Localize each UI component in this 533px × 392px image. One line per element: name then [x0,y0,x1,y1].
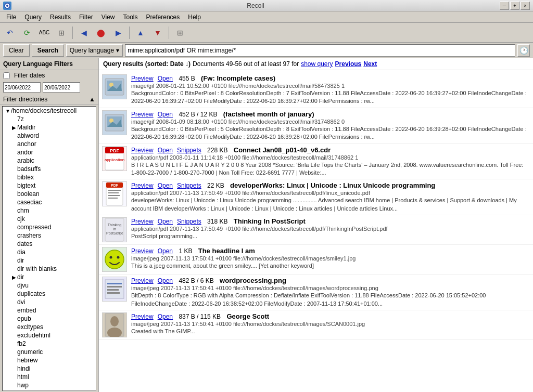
clock-button[interactable]: 🕐 [517,44,530,57]
date-from-input[interactable] [3,82,41,93]
result-title: developerWorks: Linux | Unicode : Linux … [230,181,435,189]
tree-item[interactable]: hindi [3,364,96,373]
result-preview-link[interactable]: Preview [131,277,154,284]
result-preview-link[interactable]: Preview [131,218,154,225]
up-icon[interactable]: ▲ [133,25,148,41]
result-preview-link[interactable]: Preview [131,111,154,118]
tree-item[interactable]: casediac [3,198,96,206]
svg-text:application: application [105,158,124,162]
clear-button[interactable]: Clear [3,44,30,57]
tree-item[interactable]: dates [3,240,96,248]
result-open-link[interactable]: Open [158,182,173,189]
tree-item[interactable]: hwp [3,381,96,389]
next-nav-icon[interactable]: ▶ [110,25,126,41]
tree-item[interactable]: 7z [3,115,96,123]
result-preview-link[interactable]: Preview [131,247,154,255]
filter-dirs-header: Filter directories ▲ [0,94,98,105]
tree-item[interactable]: chm [3,206,96,215]
filter-dirs-arrow-icon[interactable]: ▲ [89,96,95,103]
tree-item[interactable]: abiword [3,132,96,140]
tree-item[interactable]: dia [3,248,96,256]
tree-item[interactable]: dir [3,256,96,265]
close-button[interactable]: × [521,2,530,10]
result-open-link[interactable]: Open [158,247,173,255]
menu-item-help[interactable]: Help [184,11,205,22]
svg-text:In: In [113,227,116,231]
tree-item[interactable]: boolean [3,190,96,198]
tree-item[interactable]: epub [3,315,96,323]
stop-icon[interactable]: ⬤ [93,25,109,41]
tree-item[interactable]: ▶dir [3,273,96,281]
results-list: PreviewOpen 455 B (Fw: Incomplete cases)… [99,70,533,392]
prev-nav-icon[interactable]: ◀ [76,25,92,41]
menu-item-tools[interactable]: Tools [119,11,142,22]
tree-item[interactable]: bibtex [3,173,96,181]
tree-item[interactable]: bigtext [3,181,96,190]
menu-item-preferences[interactable]: Preferences [142,11,184,22]
menu-item-filter[interactable]: Filter [75,11,97,22]
grid-view-icon[interactable]: ⊞ [172,25,188,41]
result-open-link[interactable]: Open [158,218,173,225]
tree-item[interactable]: djvu [3,281,96,290]
tree-item[interactable]: andor [3,148,96,156]
tree-item[interactable]: ▼/home/dockes/testrecoll [3,107,96,115]
down-icon[interactable]: ▼ [150,25,166,41]
result-preview-link[interactable]: Preview [131,313,154,320]
result-open-link[interactable]: Open [158,75,173,82]
tree-item[interactable]: crashers [3,231,96,240]
refresh-icon[interactable]: ⟳ [19,25,35,41]
spell-icon[interactable]: ABC [36,25,52,41]
result-snippets-link[interactable]: Snippets [177,218,201,225]
tree-item[interactable]: ▶Maildir [3,123,96,132]
query-input[interactable] [125,44,515,57]
tree-item[interactable]: cjk [3,215,96,223]
maximize-button[interactable]: + [510,2,519,10]
main-container: Query Language Filters Filter dates Filt… [0,58,533,392]
copy-icon[interactable]: ⊞ [54,25,69,41]
result-open-link[interactable]: Open [158,111,173,118]
tree-item[interactable]: excltypes [3,323,96,331]
result-preview-link[interactable]: Preview [131,147,154,154]
show-query-link[interactable]: show query [301,60,333,68]
menu-item-results[interactable]: Results [46,11,75,22]
menu-item-file[interactable]: File [2,11,20,22]
app-icon [3,2,11,10]
tree-item[interactable]: ics [3,389,96,391]
svg-rect-17 [108,190,121,191]
query-bar: Clear Search Query language ▾ 🕐 [0,43,533,58]
svg-point-1 [6,5,8,7]
svg-rect-31 [107,289,119,291]
result-open-link[interactable]: Open [158,147,173,154]
tree-item[interactable]: excludehtml [3,331,96,339]
tree-item[interactable]: gnumeric [3,348,96,356]
previous-button[interactable]: Previous [335,60,362,68]
result-open-link[interactable]: Open [158,277,173,284]
tree-item[interactable]: html [3,373,96,381]
result-open-link[interactable]: Open [158,313,173,320]
tree-item[interactable]: arabic [3,156,96,165]
result-snippets-link[interactable]: Snippets [177,147,201,154]
tree-item[interactable]: dir with blanks [3,265,96,273]
filter-dates-checkbox[interactable] [3,72,10,79]
filter-dates-inputs [0,81,98,94]
result-preview-link[interactable]: Preview [131,182,154,189]
date-to-input[interactable] [43,82,80,93]
tree-item[interactable]: badsuffs [3,165,96,173]
tree-item[interactable]: dvi [3,298,96,306]
tree-item[interactable]: duplicates [3,290,96,298]
tree-item[interactable]: hebrew [3,356,96,364]
result-preview-link[interactable]: Preview [131,75,154,82]
back-icon[interactable]: ↶ [2,25,18,41]
tree-item[interactable]: embed [3,306,96,315]
query-language-dropdown[interactable]: Query language ▾ [66,44,123,57]
tree-item[interactable]: anchor [3,140,96,148]
tree-item[interactable]: fb2 [3,339,96,348]
result-snippets-link[interactable]: Snippets [177,182,201,189]
menu-item-view[interactable]: View [97,11,119,22]
search-button[interactable]: Search [32,44,64,57]
minimize-button[interactable]: ─ [500,2,509,10]
filter-dirs-label: Filter directories [3,96,47,103]
tree-item[interactable]: compressed [3,223,96,231]
menu-item-query[interactable]: Query [20,11,46,22]
next-button[interactable]: Next [363,60,377,68]
